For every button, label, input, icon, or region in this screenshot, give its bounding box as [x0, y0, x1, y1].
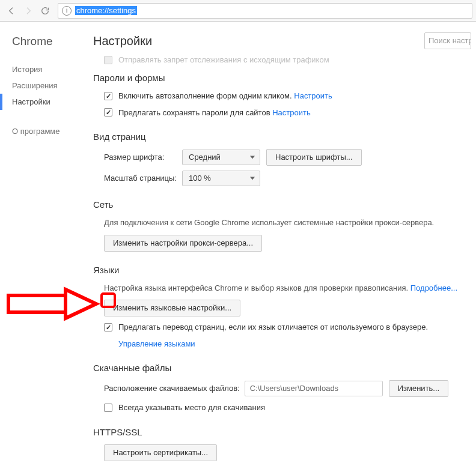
section-appearance-title: Вид страниц — [93, 132, 471, 142]
section-downloads-title: Скачанные файлы — [93, 363, 471, 373]
section-languages-title: Языки — [93, 265, 471, 275]
settings-content: Настройки Поиск настро Отправлять запрет… — [93, 22, 476, 463]
autofill-checkbox[interactable] — [104, 92, 112, 100]
download-location-row: Расположение скачиваемых файлов: C:\User… — [104, 380, 471, 397]
font-size-select[interactable]: Средний — [182, 150, 260, 165]
network-desc: Для подключения к сети Google Chrome исп… — [104, 217, 471, 229]
download-ask-row: Всегда указывать место для скачивания — [104, 402, 471, 414]
reload-button[interactable] — [37, 3, 53, 19]
page-title: Настройки — [93, 34, 152, 48]
sidebar-item-settings[interactable]: Настройки — [0, 94, 93, 110]
sidebar-item-extensions[interactable]: Расширения — [12, 77, 93, 94]
certificates-button[interactable]: Настроить сертификаты... — [104, 444, 217, 461]
autofill-row: Включить автозаполнение форм одним клико… — [104, 90, 471, 102]
customize-fonts-button[interactable]: Настроить шрифты... — [266, 149, 362, 166]
certificates-row: Настроить сертификаты... — [104, 444, 471, 461]
translate-label: Предлагать перевод страниц, если их язык… — [118, 321, 428, 333]
proxy-row: Изменить настройки прокси-сервера... — [104, 235, 471, 252]
save-passwords-configure-link[interactable]: Настроить — [272, 107, 311, 119]
language-settings-button[interactable]: Изменить языковые настройки... — [104, 300, 240, 316]
download-ask-checkbox[interactable] — [104, 404, 112, 412]
languages-more-link[interactable]: Подробнее... — [410, 283, 457, 292]
page-zoom-label: Масштаб страницы: — [104, 172, 182, 184]
download-ask-label: Всегда указывать место для скачивания — [118, 402, 265, 414]
download-location-input[interactable]: C:\Users\user\Downloads — [245, 381, 383, 396]
autofill-label: Включить автозаполнение форм одним клико… — [118, 90, 292, 102]
section-network-title: Сеть — [93, 199, 471, 210]
page-zoom-row: Масштаб страницы: 100 % — [104, 171, 471, 186]
section-https-title: HTTPS/SSL — [93, 427, 471, 437]
sidebar: Chrome История Расширения Настройки О пр… — [0, 22, 93, 463]
manage-languages-link[interactable]: Управление языками — [118, 338, 195, 350]
translate-checkbox[interactable] — [104, 323, 112, 331]
reload-icon — [40, 6, 50, 16]
save-passwords-checkbox[interactable] — [104, 108, 112, 117]
manage-languages-row: Управление языками — [104, 338, 471, 350]
font-size-row: Размер шрифта: Средний Настроить шрифты.… — [104, 149, 471, 166]
language-settings-row: Изменить языковые настройки... — [104, 300, 471, 316]
browser-toolbar: i chrome://settings — [0, 0, 476, 22]
translate-row: Предлагать перевод страниц, если их язык… — [104, 321, 471, 333]
download-location-label: Расположение скачиваемых файлов: — [104, 383, 240, 395]
font-size-label: Размер шрифта: — [104, 151, 182, 163]
download-change-button[interactable]: Изменить... — [389, 380, 448, 397]
languages-desc: Настройка языка интерфейса Chrome и выбо… — [104, 282, 471, 294]
autofill-configure-link[interactable]: Настроить — [294, 90, 332, 102]
save-passwords-label: Предлагать сохранять пароли для сайтов — [118, 107, 270, 119]
section-passwords-title: Пароли и формы — [93, 73, 471, 83]
proxy-settings-button[interactable]: Изменить настройки прокси-сервера... — [104, 235, 262, 252]
address-bar[interactable]: i chrome://settings — [58, 3, 472, 19]
sidebar-title: Chrome — [12, 35, 93, 48]
do-not-track-checkbox[interactable] — [104, 56, 112, 64]
back-button[interactable] — [4, 3, 19, 19]
sidebar-item-about[interactable]: О программе — [12, 123, 93, 139]
settings-search-input[interactable]: Поиск настро — [424, 32, 471, 49]
page-zoom-select[interactable]: 100 % — [182, 171, 260, 186]
sidebar-item-history[interactable]: История — [12, 61, 93, 77]
info-icon[interactable]: i — [62, 6, 72, 16]
arrow-right-icon — [23, 6, 33, 16]
do-not-track-row: Отправлять запрет отслеживания с исходящ… — [104, 55, 471, 64]
save-passwords-row: Предлагать сохранять пароли для сайтов Н… — [104, 107, 471, 119]
do-not-track-label: Отправлять запрет отслеживания с исходящ… — [118, 55, 329, 64]
url-text: chrome://settings — [75, 6, 137, 15]
arrow-left-icon — [7, 6, 16, 16]
forward-button[interactable] — [20, 3, 36, 19]
